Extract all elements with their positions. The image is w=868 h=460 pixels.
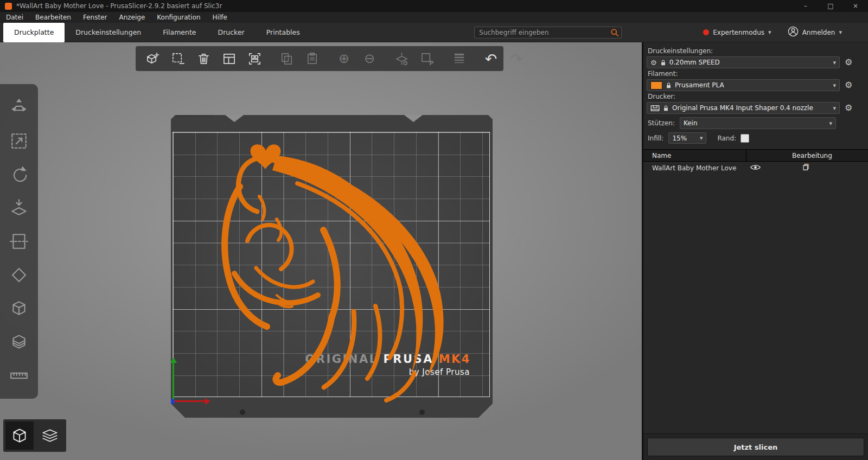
tab-printables[interactable]: Printables (256, 23, 311, 42)
add-object-icon[interactable] (144, 50, 161, 67)
title-bar: *WallArt Baby Mother Love - PrusaSlicer-… (0, 0, 868, 12)
print-bed: ORIGINAL PRUSA MK4 by Josef Prusa (171, 115, 493, 418)
object-list: Name Bearbeitung WallArt Baby Mother Lov… (643, 149, 868, 174)
chevron-down-icon: ▾ (833, 59, 836, 66)
split-objects-icon[interactable] (393, 50, 410, 67)
prusaslicer-window: *WallArt Baby Mother Love - PrusaSlicer-… (0, 0, 868, 460)
rotate-tool-icon[interactable] (8, 163, 30, 185)
print-settings-preset-icon: ⚙ (650, 59, 657, 66)
menu-bar: Datei Bearbeiten Fenster Anzeige Konfigu… (0, 12, 868, 23)
slice-now-button[interactable]: Jetzt slicen (647, 438, 864, 456)
filament-label: Filament: (648, 70, 864, 78)
supports-label: Stützen: (648, 119, 675, 127)
name-column-header: Name (643, 152, 746, 159)
print-settings-gear-button[interactable]: ⚙ (845, 58, 852, 67)
chevron-down-icon: ▾ (833, 82, 836, 89)
paint-tool-icon[interactable] (8, 297, 30, 319)
mode-label: Expertenmodus (713, 29, 764, 36)
close-button[interactable]: × (843, 0, 868, 12)
layers-cube-tool-icon[interactable] (8, 331, 30, 353)
menu-item-hilfe[interactable]: Hilfe (207, 12, 233, 23)
bed-screw-hole (419, 410, 425, 415)
redo-icon[interactable]: ↷ (508, 50, 525, 67)
sidebar: Druckeinstellungen: ⚙ 0.20mm SPEED ▾ ⚙ F… (642, 42, 868, 460)
infill-label: Infill: (648, 135, 663, 142)
tab-bar: Druckplatte Druckeinstellungen Filamente… (0, 23, 868, 42)
viewport-3d[interactable]: ⊕ ⊖ P ↶ ↷ (0, 42, 642, 460)
tab-filamente[interactable]: Filamente (152, 23, 207, 42)
filament-combo[interactable]: Prusament PLA ▾ (647, 79, 840, 91)
editor-view-button[interactable] (5, 421, 34, 450)
object-list-row[interactable]: WallArt Baby Mother Love (643, 162, 868, 174)
menu-item-fenster[interactable]: Fenster (77, 12, 113, 23)
arrange-selection-icon[interactable] (246, 50, 263, 67)
infill-value: 15% (672, 135, 696, 142)
tab-druckeinstellungen[interactable]: Druckeinstellungen (65, 23, 152, 42)
split-parts-icon[interactable]: P (419, 50, 435, 67)
delete-all-icon[interactable] (170, 50, 186, 67)
copy-icon[interactable] (278, 50, 295, 67)
svg-text:P: P (429, 60, 433, 66)
scale-tool-icon[interactable] (8, 130, 30, 152)
origin-dot-icon (169, 399, 175, 404)
login-button[interactable]: Anmelden ▾ (788, 26, 842, 39)
bed-screw-hole (240, 410, 245, 415)
print-settings-label: Druckeinstellungen: (648, 47, 864, 55)
model-object[interactable] (195, 131, 475, 403)
menu-item-konfiguration[interactable]: Konfiguration (151, 12, 206, 23)
user-icon (788, 26, 799, 39)
preview-view-button[interactable] (36, 421, 64, 450)
brim-checkbox[interactable] (741, 134, 749, 143)
chevron-down-icon: ▾ (833, 105, 836, 112)
left-toolbar (0, 84, 38, 399)
printer-gear-button[interactable]: ⚙ (845, 104, 852, 112)
printer-combo[interactable]: Original Prusa MK4 Input Shaper 0.4 nozz… (647, 102, 840, 114)
visibility-eye-icon[interactable] (750, 164, 761, 173)
maximize-button[interactable]: □ (818, 0, 843, 12)
tab-druckplatte[interactable]: Druckplatte (3, 23, 65, 42)
search-box (474, 27, 622, 39)
menu-item-datei[interactable]: Datei (0, 12, 29, 23)
object-list-header: Name Bearbeitung (643, 149, 868, 162)
mode-selector[interactable]: Expertenmodus ▾ (703, 29, 771, 36)
print-settings-combo[interactable]: ⚙ 0.20mm SPEED ▾ (647, 56, 840, 68)
edit-object-icon[interactable] (802, 163, 810, 173)
edit-column-header: Bearbeitung (746, 152, 832, 159)
top-toolbar: ⊕ ⊖ P ↶ ↷ (136, 46, 503, 71)
chevron-down-icon: ▾ (829, 120, 832, 127)
remove-instance-icon[interactable]: ⊖ (361, 50, 378, 67)
print-settings-value: 0.20mm SPEED (669, 59, 830, 66)
chevron-down-icon: ▾ (768, 29, 771, 36)
object-name: WallArt Baby Mother Love (643, 164, 746, 172)
view-mode-switch (3, 419, 66, 452)
bed-notch (404, 115, 423, 122)
menu-item-anzeige[interactable]: Anzeige (113, 12, 151, 23)
search-input[interactable] (474, 27, 622, 39)
expert-mode-dot-icon (703, 29, 709, 35)
printer-label: Drucker: (648, 93, 864, 100)
variable-layer-height-icon[interactable] (451, 50, 467, 67)
search-icon[interactable] (610, 28, 620, 39)
arrange-icon[interactable] (221, 50, 237, 67)
undo-icon[interactable]: ↶ (483, 50, 499, 67)
filament-value: Prusament PLA (675, 81, 829, 89)
measure-tool-icon[interactable] (8, 365, 30, 386)
move-tool-icon[interactable] (8, 97, 30, 118)
supports-combo[interactable]: Kein ▾ (680, 117, 836, 129)
support-paint-tool-icon[interactable] (8, 264, 30, 286)
window-title: *WallArt Baby Mother Love - PrusaSlicer-… (16, 2, 793, 10)
slice-button-area: Jetzt slicen (643, 433, 868, 460)
lock-icon (666, 82, 672, 89)
minimize-button[interactable]: – (793, 0, 818, 12)
tab-drucker[interactable]: Drucker (207, 23, 256, 42)
paste-icon[interactable] (304, 50, 320, 67)
add-instance-icon[interactable]: ⊕ (336, 50, 352, 67)
filament-gear-button[interactable]: ⚙ (845, 81, 852, 90)
app-logo-icon (5, 3, 12, 10)
infill-combo[interactable]: 15% ▾ (668, 132, 706, 144)
menu-item-bearbeiten[interactable]: Bearbeiten (29, 12, 77, 23)
delete-icon[interactable] (195, 50, 212, 67)
place-on-face-tool-icon[interactable] (8, 197, 30, 219)
brim-label: Rand: (717, 135, 736, 142)
cut-tool-icon[interactable] (8, 231, 30, 252)
